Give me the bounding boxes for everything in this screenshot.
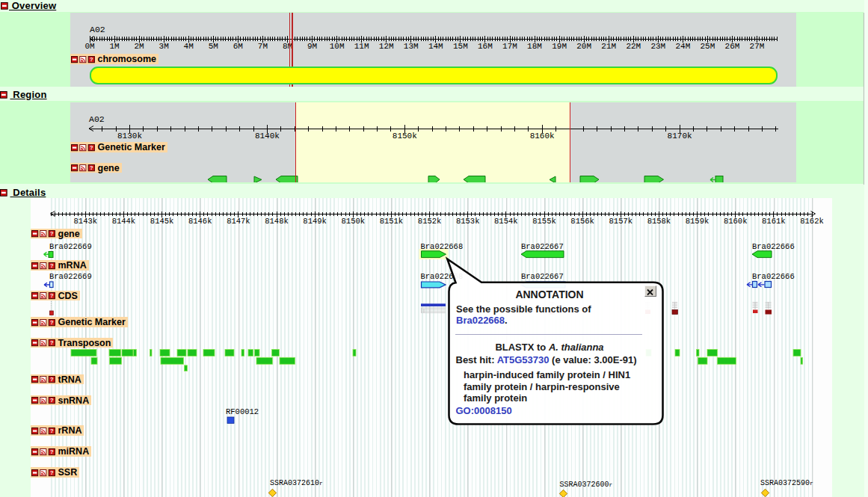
svg-text:?: ? bbox=[50, 397, 54, 404]
svg-text:?: ? bbox=[50, 376, 54, 383]
svg-text:?: ? bbox=[50, 292, 54, 299]
svg-text:?: ? bbox=[50, 339, 54, 346]
svg-text:?: ? bbox=[50, 427, 54, 434]
svg-text:?: ? bbox=[50, 230, 54, 237]
svg-text:?: ? bbox=[50, 262, 54, 269]
svg-text:?: ? bbox=[50, 319, 54, 326]
svg-text:?: ? bbox=[50, 448, 54, 455]
svg-text:?: ? bbox=[50, 469, 54, 476]
svg-text:?: ? bbox=[90, 56, 93, 63]
svg-text:?: ? bbox=[90, 144, 93, 151]
svg-text:?: ? bbox=[90, 164, 93, 171]
